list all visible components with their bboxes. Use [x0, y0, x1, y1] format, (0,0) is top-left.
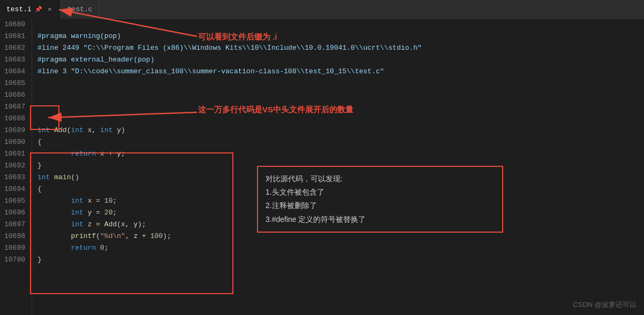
tab-pin-icon: 📌 — [35, 6, 42, 13]
code-line: } — [37, 160, 644, 172]
code-line — [37, 19, 644, 30]
code-line: printf("%d\n", z + 100); — [37, 231, 644, 242]
line-number: 10684 — [4, 66, 27, 78]
line-number: 10693 — [4, 172, 27, 183]
code-line: #pragma warning(pop) — [37, 30, 644, 42]
line-number: 10695 — [4, 195, 27, 207]
tab-test-c[interactable]: test.c — [61, 0, 100, 19]
code-line — [37, 101, 644, 113]
line-number: 10685 — [4, 78, 27, 89]
line-number: 10694 — [4, 183, 27, 195]
line-number: 10699 — [4, 242, 27, 254]
line-number: 10681 — [4, 30, 27, 42]
line-number: 10690 — [4, 136, 27, 148]
code-line: #line 3 "D:\\code\\summer_class_108\\sum… — [37, 66, 644, 78]
line-number: 10696 — [4, 207, 27, 219]
line-number: 10689 — [4, 125, 27, 136]
tab-test-i[interactable]: test.i 📌 ✕ — [0, 0, 61, 19]
code-line: int main() — [37, 172, 644, 183]
code-line — [37, 78, 644, 89]
line-number: 10691 — [4, 148, 27, 160]
code-line: int x = 10; — [37, 195, 644, 207]
code-line: } — [37, 254, 644, 266]
code-line: return x + y; — [37, 148, 644, 160]
line-number: 10688 — [4, 113, 27, 125]
code-line — [37, 89, 644, 101]
line-number: 10687 — [4, 101, 27, 113]
code-line: #pragma external_header(pop) — [37, 54, 644, 66]
tab-test-i-label: test.i — [6, 5, 32, 13]
code-line: return 0; — [37, 242, 644, 254]
line-number: 10700 — [4, 254, 27, 266]
code-area: 1068010681106821068310684106851068610687… — [0, 19, 644, 315]
line-numbers: 1068010681106821068310684106851068610687… — [0, 19, 32, 315]
line-number: 10682 — [4, 42, 27, 54]
watermark: CSDN @波萝还可以 — [573, 300, 637, 310]
line-number: 10686 — [4, 89, 27, 101]
code-line: int Add(int x, int y) — [37, 125, 644, 136]
code-line: #line 2449 "C:\\Program Files (x86)\\Win… — [37, 42, 644, 54]
line-number: 10683 — [4, 54, 27, 66]
code-line: { — [37, 136, 644, 148]
code-line: int y = 20; — [37, 207, 644, 219]
code-line: { — [37, 183, 644, 195]
code-content[interactable]: #pragma warning(pop)#line 2449 "C:\\Prog… — [32, 19, 644, 315]
tab-bar: test.i 📌 ✕ test.c — [0, 0, 644, 19]
code-line — [37, 113, 644, 125]
tab-test-c-label: test.c — [67, 5, 93, 13]
line-number: 10680 — [4, 19, 27, 30]
line-number: 10698 — [4, 231, 27, 242]
line-number: 10697 — [4, 219, 27, 231]
line-number: 10692 — [4, 160, 27, 172]
code-line: int z = Add(x, y); — [37, 219, 644, 231]
tab-close-icon[interactable]: ✕ — [46, 5, 54, 13]
